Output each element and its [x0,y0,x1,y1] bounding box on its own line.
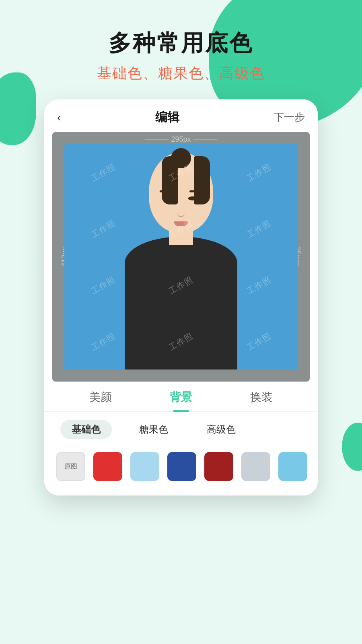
sub-tab-advanced-color[interactable]: 高级色 [195,420,247,439]
body [125,237,237,369]
tab-bar: 美颜 背景 换装 [44,382,318,412]
tab-beauty[interactable]: 美颜 [89,390,112,411]
hair-side-right [194,156,210,204]
sub-tab-candy-color[interactable]: 糖果色 [128,420,179,439]
sub-tab-basic-color[interactable]: 基础色 [60,420,112,439]
sub-title: 基础色、糖果色、高级色 [0,64,362,83]
back-button[interactable]: ‹ [57,111,61,124]
tab-background[interactable]: 背景 [170,390,192,411]
color-swatches: 原图 [44,447,318,486]
original-image-swatch[interactable]: 原图 [56,452,85,481]
app-header: ‹ 编辑 下一步 [44,99,318,132]
color-swatch-sky-blue[interactable] [278,452,307,481]
color-swatch-dark-blue[interactable] [167,452,196,481]
color-swatch-dark-red[interactable] [204,452,233,481]
tab-outfit[interactable]: 换装 [250,390,273,411]
main-title: 多种常用底色 [0,28,362,59]
portrait-figure [113,144,249,369]
hair-side-left [162,156,178,204]
mouth [174,221,188,226]
phone-container: ‹ 编辑 下一步 295px 413px 35mm [0,99,362,495]
color-swatch-gray[interactable] [241,452,270,481]
original-label: 原图 [64,462,77,471]
portrait [64,144,298,369]
nose [177,208,185,217]
width-dimension-label: 295px [144,135,217,144]
photo-frame: 工作照 工作照 工作照 工作照 工作照 工作照 工作照 工作照 工作照 工作照 … [64,144,298,369]
phone-mockup: ‹ 编辑 下一步 295px 413px 35mm [44,99,318,495]
bottom-panel: 美颜 背景 换装 基础色 糖果色 高级色 原图 [44,382,318,495]
photo-editing-area: 295px 413px 35mm [52,132,310,382]
swatch-original[interactable]: 原图 [56,452,85,481]
color-swatch-red[interactable] [93,452,122,481]
color-swatch-light-blue[interactable] [130,452,159,481]
sub-tab-bar: 基础色 糖果色 高级色 [44,412,318,447]
next-button[interactable]: 下一步 [274,110,305,124]
page-title: 编辑 [155,109,179,126]
top-section: 多种常用底色 基础色、糖果色、高级色 [0,0,362,95]
